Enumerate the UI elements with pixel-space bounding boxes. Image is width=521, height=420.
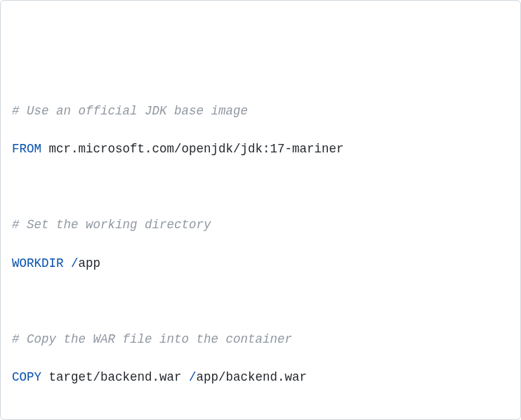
from-line: FROM mcr.microsoft.com/openjdk/jdk:17-ma…	[12, 140, 509, 159]
copy-src: target/backend.war	[41, 370, 189, 384]
copy-dst: app/backend.war	[197, 370, 308, 384]
workdir-slash: /	[64, 256, 79, 270]
copy-line: COPY target/backend.war /app/backend.war	[12, 368, 509, 387]
comment-line: # Set the working directory	[12, 216, 509, 235]
comment-text: # Use an official JDK base image	[12, 104, 248, 118]
copy-slash: /	[189, 370, 197, 384]
from-keyword: FROM	[12, 142, 41, 156]
copy-keyword: COPY	[12, 370, 41, 384]
comment-text: # Set the working directory	[12, 218, 211, 232]
dockerfile-code-block: # Use an official JDK base image FROM mc…	[12, 83, 509, 421]
workdir-path: app	[79, 256, 101, 270]
workdir-line: WORKDIR /app	[12, 254, 509, 273]
workdir-keyword: WORKDIR	[12, 256, 64, 270]
blank-line	[12, 407, 509, 420]
blank-line	[12, 292, 509, 311]
from-image: mcr.microsoft.com/openjdk/jdk:17-mariner	[41, 142, 344, 156]
comment-text: # Copy the WAR file into the container	[12, 332, 292, 346]
blank-line	[12, 178, 509, 197]
comment-line: # Copy the WAR file into the container	[12, 330, 509, 349]
comment-line: # Use an official JDK base image	[12, 102, 509, 121]
